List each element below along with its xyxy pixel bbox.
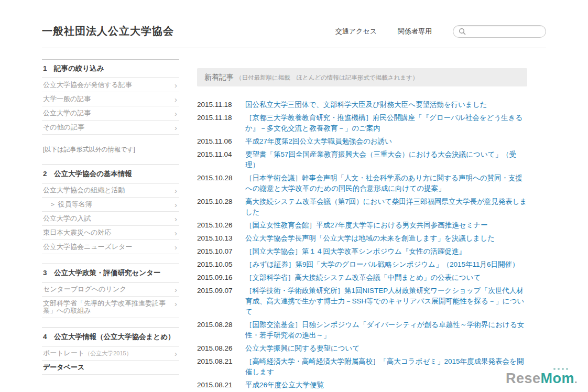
chevron-right-icon: › (175, 286, 177, 293)
content: 1 記事の絞り込み 公立大学協会が発信する記事 › 大学一般の記事 › (42, 59, 546, 392)
sidebar-section-title: 1 記事の絞り込み (42, 60, 179, 78)
search-icon (459, 28, 466, 35)
article-date: 2015.11.06 (197, 136, 245, 147)
sidebar-section-article-filter: 1 記事の絞り込み 公立大学協会が発信する記事 › 大学一般の記事 › (42, 59, 179, 135)
article-date: 2015.10.28 (197, 197, 245, 217)
news-list-header: 新着記事（日付最新順に掲載 ほとんどの情報は記事形式で掲載されます） (197, 68, 527, 86)
article-date: 2015.08.21 (197, 380, 245, 390)
page: 一般社団法人公立大学協会 交通アクセス 関係者専用 1 記事の絞り込み (0, 0, 588, 392)
chevron-right-icon: › (175, 96, 177, 103)
main-content: 新着記事（日付最新順に掲載 ほとんどの情報は記事形式で掲載されます） 2015.… (197, 59, 527, 392)
article-link[interactable]: ［国際交流基金］日独シンポジウム「ダイバーシティが創る卓越性～学術界における女性… (245, 320, 527, 341)
article-link[interactable]: ［日本学術会議］幹事会声明「人文・社会科学系のあり方に関する声明への賛同・支援へ… (245, 173, 527, 194)
sidebar-item[interactable]: 公立大学協会の組織と活動 › (42, 183, 179, 198)
news-list-title: 新着記事 (204, 73, 234, 81)
sidebar-item-list: 公立大学協会が発信する記事 › 大学一般の記事 › 公立大学の記事 › (42, 78, 179, 135)
top-link-members[interactable]: 関係者専用 (398, 27, 432, 36)
article-link[interactable]: 公立大学振興に関する要望について (245, 343, 527, 354)
sidebar-item-label: 公立大学協会が発信する記事 (43, 81, 132, 89)
article-link[interactable]: 要望書「第57回全国産業教育振興大会（三重大会）における大会決議について」（受理… (245, 149, 527, 170)
article-row: 2015.11.18 ［京都三大学教養教育研究・推進機構］府民公開講座「『グロー… (197, 111, 527, 135)
header-divider (42, 48, 546, 48)
article-link[interactable]: 平成26年度公立大学便覧 (245, 380, 527, 390)
article-date: 2015.10.26 (197, 220, 245, 231)
news-list-subtitle: （日付最新順に掲載 ほとんどの情報は記事形式で掲載されます） (236, 74, 418, 81)
sidebar-item-label: ポートレート（公立大学2015） (43, 350, 132, 357)
article-date: 2015.10.13 (197, 233, 245, 244)
sidebar-item[interactable]: 公立大学協会が発信する記事 › (42, 78, 179, 92)
article-link[interactable]: 高大接続システム改革会議（第7回）において柴田洋三郎福岡県立大学長が意見発表しま… (245, 197, 527, 217)
chevron-right-icon: › (175, 201, 177, 208)
resemom-logo: ReseMom. (506, 371, 578, 387)
article-row: 2015.10.05 ［みずほ証券］第9回「大学のグローバル戦略シンポジウム」（… (197, 258, 527, 271)
article-link[interactable]: ［みずほ証券］第9回「大学のグローバル戦略シンポジウム」（2015年11月6日開… (245, 259, 527, 270)
article-link[interactable]: 国公私立大学三団体で、文部科学大臣及び財務大臣へ要望活動を行いました (245, 100, 527, 110)
search-input[interactable] (469, 28, 540, 35)
top-link-access[interactable]: 交通アクセス (335, 27, 377, 36)
logo-dots (553, 368, 568, 370)
chevron-right-icon: › (175, 124, 177, 131)
article-link[interactable]: ［国立大学協会］第１４回大学改革シンポジウム『女性の活躍促進』 (245, 246, 527, 257)
article-link[interactable]: ［高崎経済大学・高崎経済大学附属高校］「高大コラボゼミ」2015年度成果発表会を… (245, 356, 527, 377)
article-date: 2015.11.18 (197, 100, 245, 110)
sidebar-item[interactable]: 公立大学の記事 › (42, 106, 179, 121)
article-link[interactable]: ［国立女性教育会館］平成27年度大学等における男女共同参画推進セミナー (245, 220, 527, 231)
sidebar-item[interactable]: 公立大学協会ニューズレター › (42, 240, 179, 254)
chevron-right-icon: › (175, 215, 177, 222)
sidebar-item-list: ポートレート（公立大学2015） › データベース › (42, 346, 179, 375)
article-link[interactable]: 公立大学協会学長声明「公立大学は地域の未来を創造します」を決議しました (245, 233, 527, 244)
sidebar-item[interactable]: 公立大学の入試 › (42, 212, 179, 226)
article-row: 2015.08.26 公立大学振興に関する要望について (197, 342, 527, 355)
sidebar-item[interactable]: 文部科学省「先導的大学改革推進委託事業」への取組み › (42, 297, 179, 318)
article-date: 2015.10.05 (197, 259, 245, 270)
sidebar-item-label: その他の記事 (43, 124, 84, 131)
sidebar-item[interactable]: 大学一般の記事 › (42, 92, 179, 106)
logo-text-teal: Mom (540, 371, 574, 386)
sidebar-section-basic-info: 2 公立大学協会の基本情報 公立大学協会の組織と活動 › ＞ 役員等名簿 › (42, 165, 179, 254)
sidebar-item-label: 公立大学の記事 (43, 110, 91, 117)
article-row: 2015.11.18 国公私立大学三団体で、文部科学大臣及び財務大臣へ要望活動を… (197, 98, 527, 111)
header: 一般社団法人公立大学協会 交通アクセス 関係者専用 (42, 0, 546, 38)
article-row: 2015.10.28 高大接続システム改革会議（第7回）において柴田洋三郎福岡県… (197, 195, 527, 219)
article-date: 2015.09.07 (197, 286, 245, 317)
sidebar-item-label: 公立大学協会の組織と活動 (43, 187, 125, 194)
sidebar-item-list: センターブログへのリンク › 文部科学省「先導的大学改革推進委託事業」への取組み… (42, 282, 179, 318)
sidebar: 1 記事の絞り込み 公立大学協会が発信する記事 › 大学一般の記事 › (42, 59, 179, 392)
article-link[interactable]: 平成27年度第2回公立大学職員勉強会のお誘い (245, 136, 527, 147)
sidebar-item[interactable]: 東日本大震災への対応 › (42, 226, 179, 240)
sidebar-item[interactable]: データベース › (42, 361, 179, 375)
chevron-right-icon: › (175, 187, 177, 194)
sidebar-item[interactable]: センターブログへのリンク › (42, 282, 179, 297)
article-link[interactable]: ［京都三大学教養教育研究・推進機構］府民公開講座「『グローバル社会をどう生きるか… (245, 113, 527, 134)
article-row: 2015.09.07 ［科学技術・学術政策研究所］第1回NISTEP人材政策研究… (197, 284, 527, 318)
sidebar-item-label: ＞ 役員等名簿 (49, 201, 92, 208)
article-row: 2015.08.21 ［高崎経済大学・高崎経済大学附属高校］「高大コラボゼミ」2… (197, 355, 527, 378)
sidebar-section-university-info: 4 公立大学情報（公立大学協会まとめ） ポートレート（公立大学2015） › デ… (42, 328, 179, 375)
article-row: 2015.11.06 平成27年度第2回公立大学職員勉強会のお誘い (197, 135, 527, 148)
sidebar-item[interactable]: ＞ 役員等名簿 › (42, 198, 179, 212)
sidebar-section-title: 2 公立大学協会の基本情報 (42, 165, 179, 183)
article-row: 2015.09.16 ［文部科学省］高大接続システム改革会議「中間まとめ」の公表… (197, 271, 527, 284)
article-row: 2015.10.13 公立大学協会学長声明「公立大学は地域の未来を創造します」を… (197, 232, 527, 245)
header-nav: 交通アクセス 関係者専用 (335, 25, 546, 38)
search-box[interactable] (453, 25, 546, 38)
logo-period: . (574, 374, 578, 385)
sidebar-item-label: 大学一般の記事 (43, 95, 91, 103)
sidebar-item-label: 公立大学の入試 (43, 215, 91, 222)
sidebar-item[interactable]: その他の記事 › (42, 121, 179, 135)
article-date: 2015.10.28 (197, 173, 245, 194)
chevron-right-icon: › (175, 244, 177, 251)
sidebar-item[interactable]: ポートレート（公立大学2015） › (42, 346, 179, 361)
sidebar-section-title: 3 公立大学政策・評価研究センター (42, 264, 179, 282)
article-row: 2015.10.28 ［日本学術会議］幹事会声明「人文・社会科学系のあり方に関す… (197, 171, 527, 195)
article-row: 2015.08.21 平成26年度公立大学便覧 (197, 378, 527, 391)
article-row: 2015.10.07 ［国立大学協会］第１４回大学改革シンポジウム『女性の活躍促… (197, 245, 527, 258)
site-title: 一般社団法人公立大学協会 (42, 24, 174, 38)
article-link[interactable]: ［科学技術・学術政策研究所］第1回NISTEP人材政策研究ワークショップ「次世代… (245, 286, 527, 317)
article-list: 2015.11.18 国公私立大学三団体で、文部科学大臣及び財務大臣へ要望活動を… (197, 98, 527, 392)
article-link[interactable]: ［文部科学省］高大接続システム改革会議「中間まとめ」の公表について (245, 273, 527, 283)
article-row: 2015.11.04 要望書「第57回全国産業教育振興大会（三重大会）における大… (197, 148, 527, 171)
sidebar-item-label: 東日本大震災への対応 (43, 229, 112, 236)
chevron-right-icon: › (175, 82, 177, 89)
article-date: 2015.09.16 (197, 273, 245, 283)
